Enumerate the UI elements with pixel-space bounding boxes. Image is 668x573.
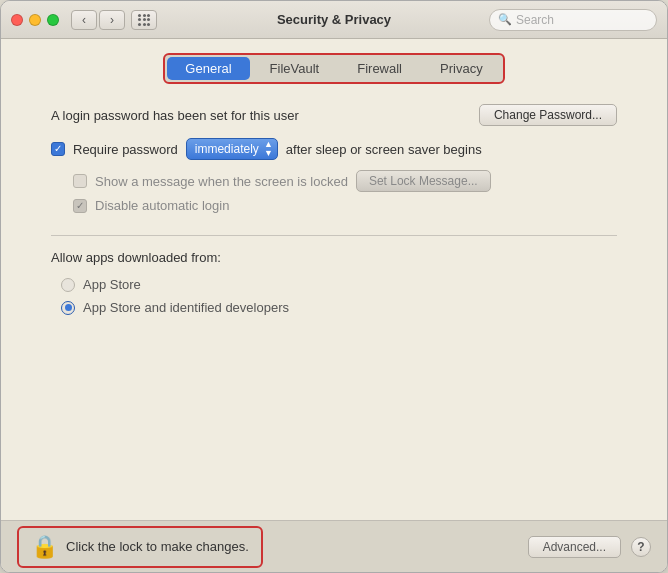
advanced-button[interactable]: Advanced... <box>528 536 621 558</box>
radio-app-store-developers[interactable] <box>61 301 75 315</box>
disable-auto-login-checkbox[interactable]: ✓ <box>73 199 87 213</box>
require-password-checkbox[interactable]: ✓ <box>51 142 65 156</box>
lock-text: Click the lock to make changes. <box>66 539 249 554</box>
grid-icon <box>138 14 150 26</box>
change-password-button[interactable]: Change Password... <box>479 104 617 126</box>
radio-app-store[interactable] <box>61 278 75 292</box>
disable-auto-login-row: ✓ Disable automatic login <box>73 198 617 213</box>
nav-buttons: ‹ › <box>71 10 125 30</box>
radio-app-store-developers-row: App Store and identified developers <box>61 300 617 315</box>
maximize-button[interactable] <box>47 14 59 26</box>
show-message-label: Show a message when the screen is locked <box>95 174 348 189</box>
content-area: A login password has been set for this u… <box>1 94 667 520</box>
tab-general[interactable]: General <box>167 57 249 80</box>
password-timing-dropdown[interactable]: immediately ▲▼ <box>186 138 278 160</box>
back-button[interactable]: ‹ <box>71 10 97 30</box>
disable-auto-login-label: Disable automatic login <box>95 198 229 213</box>
search-placeholder: Search <box>516 13 554 27</box>
window: ‹ › Security & Privacy 🔍 Search General … <box>0 0 668 573</box>
divider <box>51 235 617 236</box>
back-arrow-icon: ‹ <box>82 13 86 27</box>
search-bar[interactable]: 🔍 Search <box>489 9 657 31</box>
bottom-bar: 🔒 Click the lock to make changes. Advanc… <box>1 520 667 572</box>
check-disabled-icon: ✓ <box>76 200 84 211</box>
login-password-row: A login password has been set for this u… <box>51 104 617 126</box>
forward-arrow-icon: › <box>110 13 114 27</box>
check-icon: ✓ <box>54 144 62 154</box>
bottom-right-controls: Advanced... ? <box>528 536 651 558</box>
tab-firewall[interactable]: Firewall <box>339 57 420 80</box>
set-lock-message-button[interactable]: Set Lock Message... <box>356 170 491 192</box>
radio-selected-dot <box>65 304 72 311</box>
forward-button[interactable]: › <box>99 10 125 30</box>
tabs-wrapper: General FileVault Firewall Privacy <box>1 39 667 94</box>
minimize-button[interactable] <box>29 14 41 26</box>
apps-grid-button[interactable] <box>131 10 157 30</box>
radio-app-store-developers-label: App Store and identified developers <box>83 300 289 315</box>
show-message-row: Show a message when the screen is locked… <box>73 170 617 192</box>
after-sleep-text: after sleep or screen saver begins <box>286 142 482 157</box>
tab-filevault[interactable]: FileVault <box>252 57 338 80</box>
radio-app-store-row: App Store <box>61 277 617 292</box>
require-password-label: Require password <box>73 142 178 157</box>
login-password-text: A login password has been set for this u… <box>51 108 299 123</box>
radio-app-store-label: App Store <box>83 277 141 292</box>
tab-privacy[interactable]: Privacy <box>422 57 501 80</box>
lock-icon: 🔒 <box>31 534 58 560</box>
allow-apps-label: Allow apps downloaded from: <box>51 250 617 265</box>
help-button[interactable]: ? <box>631 537 651 557</box>
tabs-container: General FileVault Firewall Privacy <box>163 53 504 84</box>
close-button[interactable] <box>11 14 23 26</box>
traffic-lights <box>11 14 59 26</box>
window-title: Security & Privacy <box>277 12 391 27</box>
dropdown-arrow-icon: ▲▼ <box>264 140 273 158</box>
title-bar: ‹ › Security & Privacy 🔍 Search <box>1 1 667 39</box>
immediately-value: immediately <box>195 142 259 156</box>
lock-area[interactable]: 🔒 Click the lock to make changes. <box>17 526 263 568</box>
show-message-checkbox[interactable] <box>73 174 87 188</box>
search-icon: 🔍 <box>498 13 512 26</box>
require-password-row: ✓ Require password immediately ▲▼ after … <box>51 138 617 160</box>
